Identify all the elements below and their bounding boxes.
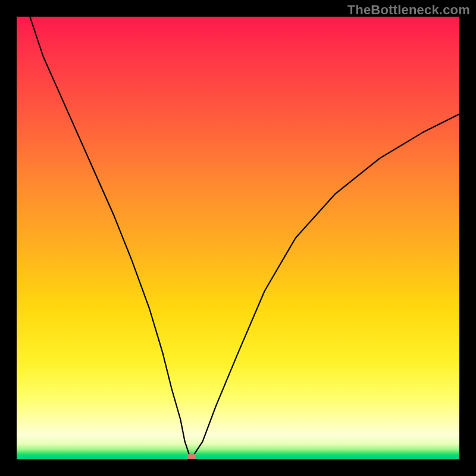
plot-area bbox=[17, 17, 459, 459]
bottleneck-curve bbox=[30, 17, 459, 455]
optimal-point-marker bbox=[187, 454, 196, 459]
curve-layer bbox=[17, 17, 459, 459]
chart-frame: TheBottleneck.com bbox=[0, 0, 476, 476]
watermark-text: TheBottleneck.com bbox=[347, 2, 470, 18]
